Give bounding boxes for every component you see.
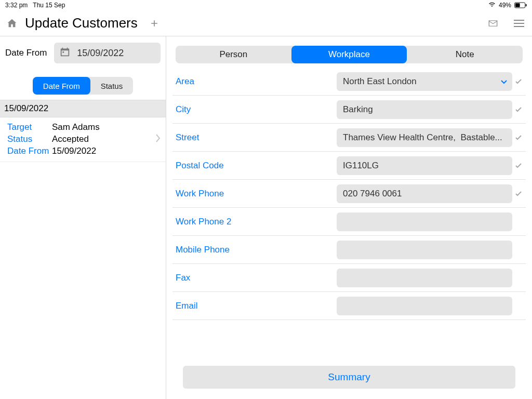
- mobile-input[interactable]: [337, 241, 512, 259]
- mobile-label: Mobile Phone: [176, 245, 337, 255]
- svg-rect-4: [514, 23, 524, 24]
- battery-percent: 49%: [499, 2, 511, 9]
- area-label: Area: [176, 76, 337, 87]
- calendar-icon: [59, 46, 71, 60]
- list-item[interactable]: TargetSam Adams StatusAccepted Date From…: [0, 117, 166, 162]
- tab-person[interactable]: Person: [176, 46, 291, 63]
- workphone-input[interactable]: [337, 184, 512, 203]
- card-status-label: Status: [7, 134, 52, 145]
- summary-button[interactable]: Summary: [183, 366, 515, 389]
- email-label: Email: [176, 301, 337, 311]
- city-label: City: [176, 104, 337, 115]
- svg-rect-1: [515, 3, 520, 7]
- check-icon: [514, 107, 523, 112]
- postal-input[interactable]: [337, 156, 512, 175]
- sidebar: Date From 15/09/2022 Date From Status 15…: [0, 36, 166, 399]
- workphone-label: Work Phone: [176, 189, 337, 199]
- workphone2-label: Work Phone 2: [176, 217, 337, 227]
- status-date: Thu 15 Sep: [33, 2, 65, 9]
- city-input[interactable]: [337, 100, 512, 119]
- postal-label: Postal Code: [176, 161, 337, 171]
- card-target-value: Sam Adams: [52, 122, 100, 134]
- street-input[interactable]: [337, 128, 512, 147]
- workphone2-input[interactable]: [337, 212, 512, 231]
- card-datefrom-value: 15/09/2022: [52, 145, 96, 157]
- fax-input[interactable]: [337, 269, 512, 287]
- check-icon: [514, 79, 523, 84]
- svg-rect-3: [514, 20, 524, 21]
- date-from-field[interactable]: 15/09/2022: [54, 43, 161, 63]
- svg-rect-5: [514, 26, 524, 27]
- tab-note[interactable]: Note: [407, 46, 523, 63]
- tab-segment: Person Workplace Note: [176, 46, 523, 63]
- titlebar: Update Customers: [0, 10, 532, 36]
- area-select[interactable]: North East London: [337, 72, 512, 91]
- date-from-value: 15/09/2022: [77, 48, 124, 59]
- tab-workplace[interactable]: Workplace: [291, 46, 407, 63]
- mail-icon[interactable]: [485, 16, 501, 31]
- page-title: Update Customers: [25, 15, 138, 31]
- status-time: 3:32 pm: [5, 2, 28, 9]
- check-icon: [514, 191, 523, 196]
- menu-icon[interactable]: [511, 16, 527, 31]
- status-bar: 3:32 pm Thu 15 Sep 49%: [0, 0, 532, 10]
- card-target-label: Target: [7, 122, 52, 134]
- wifi-icon: [488, 2, 496, 9]
- card-status-value: Accepted: [52, 134, 89, 145]
- chevron-down-icon: [501, 76, 507, 87]
- date-from-label: Date From: [5, 48, 47, 58]
- check-icon: [514, 163, 523, 168]
- svg-rect-2: [526, 4, 527, 7]
- check-icon: [514, 135, 523, 140]
- add-icon[interactable]: [148, 17, 161, 30]
- home-icon[interactable]: [5, 17, 19, 30]
- content: Person Workplace Note Area North East Lo…: [166, 36, 532, 399]
- fax-label: Fax: [176, 273, 337, 283]
- street-label: Street: [176, 132, 337, 143]
- group-header: 15/09/2022: [0, 100, 166, 117]
- seg-date-from[interactable]: Date From: [33, 77, 90, 95]
- area-value: North East London: [343, 76, 417, 87]
- card-datefrom-label: Date From: [7, 145, 52, 157]
- sidebar-segment: Date From Status: [33, 77, 133, 95]
- seg-status[interactable]: Status: [90, 77, 134, 95]
- email-input[interactable]: [337, 297, 512, 315]
- chevron-right-icon: [155, 134, 161, 144]
- battery-icon: [514, 2, 527, 8]
